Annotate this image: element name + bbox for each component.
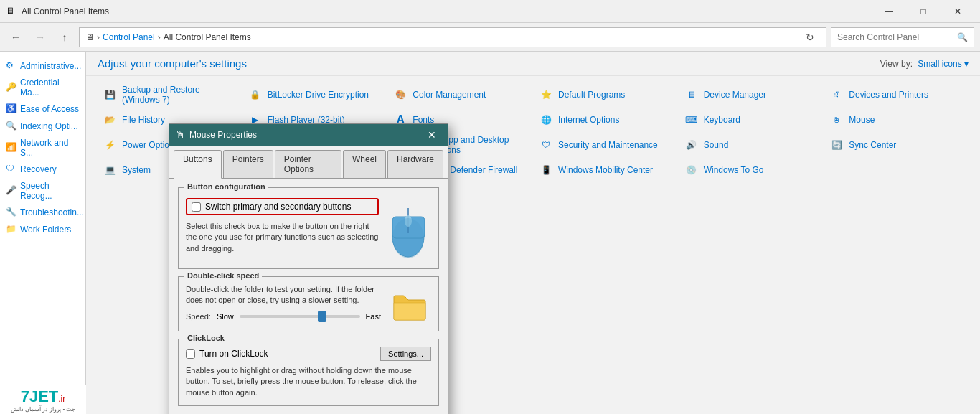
tab-pointers[interactable]: Pointers bbox=[223, 150, 273, 178]
sidebar-item-label: Speech Recog... bbox=[20, 181, 80, 201]
maximize-button[interactable]: □ bbox=[907, 1, 940, 22]
dialog-icon: 🖱 bbox=[175, 129, 185, 141]
dialog-body: Button configuration Switch primary and … bbox=[169, 179, 448, 414]
logo: 7JET.ir bbox=[11, 387, 76, 406]
window-icon: 🖥 bbox=[6, 6, 17, 17]
speed-row: Speed: Slow Fast bbox=[186, 312, 381, 321]
clicklock-label[interactable]: Turn on ClickLock bbox=[199, 349, 268, 359]
troubleshoot-icon: 🔧 bbox=[6, 207, 17, 218]
sidebar-item-indexing[interactable]: 🔍 Indexing Opti... bbox=[0, 118, 85, 135]
svg-point-4 bbox=[392, 218, 424, 258]
tab-pointer-options[interactable]: Pointer Options bbox=[275, 150, 341, 178]
dblclick-desc: Double-click the folder to test your set… bbox=[186, 284, 381, 306]
ease-icon: ♿ bbox=[6, 103, 17, 115]
mouse-svg bbox=[389, 201, 428, 258]
switch-buttons-label[interactable]: Switch primary and secondary buttons bbox=[205, 202, 351, 212]
sidebar-item-label: Troubleshootin... bbox=[20, 207, 84, 217]
sidebar-item-troubleshoot[interactable]: 🔧 Troubleshootin... bbox=[0, 204, 85, 221]
sidebar-item-label: Network and S... bbox=[20, 138, 80, 158]
sidebar-item-credential[interactable]: 🔑 Credential Ma... bbox=[0, 75, 85, 100]
speed-slider[interactable] bbox=[240, 315, 360, 318]
clicklock-section: ClickLock Turn on ClickLock Settings... … bbox=[178, 339, 439, 406]
speed-thumb[interactable] bbox=[318, 311, 326, 322]
window-title: All Control Panel Items bbox=[22, 6, 872, 17]
sidebar-item-label: Recovery bbox=[20, 164, 57, 174]
sidebar-item-label: Credential Ma... bbox=[20, 77, 80, 98]
folder-svg bbox=[392, 291, 427, 321]
refresh-button[interactable]: ↻ bbox=[800, 27, 820, 47]
sidebar-item-label: Ease of Access bbox=[20, 104, 79, 114]
back-button[interactable]: ← bbox=[6, 27, 26, 47]
switch-buttons-checkbox[interactable] bbox=[192, 202, 201, 212]
admin-icon: ⚙ bbox=[6, 60, 17, 72]
search-icon: 🔍 bbox=[957, 32, 968, 42]
credential-icon: 🔑 bbox=[6, 82, 17, 93]
breadcrumb: 🖥 › Control Panel › All Control Panel It… bbox=[79, 27, 826, 47]
sidebar-item-speech[interactable]: 🎤 Speech Recog... bbox=[0, 178, 85, 204]
clicklock-legend: ClickLock bbox=[184, 334, 227, 342]
dialog-tabs: Buttons Pointers Pointer Options Wheel H… bbox=[169, 146, 448, 179]
workfolders-icon: 📁 bbox=[6, 224, 17, 235]
clicklock-row: Turn on ClickLock Settings... bbox=[186, 347, 431, 361]
mouse-illustration bbox=[389, 201, 428, 258]
breadcrumb-current: All Control Panel Items bbox=[164, 32, 251, 42]
test-folder[interactable] bbox=[392, 291, 427, 324]
mouse-properties-dialog: 🖱 Mouse Properties ✕ Buttons Pointers Po… bbox=[169, 123, 448, 414]
logo-bar: 7JET.ir جت • پرواز در آسمان دانش bbox=[0, 385, 86, 414]
sidebar: ⚙ Administrative... 🔑 Credential Ma... ♿… bbox=[0, 52, 86, 414]
switch-buttons-desc: Select this check box to make the button… bbox=[186, 221, 379, 254]
tab-hardware[interactable]: Hardware bbox=[387, 150, 443, 178]
dblclick-legend: Double-click speed bbox=[184, 271, 262, 280]
sidebar-item-label: Indexing Opti... bbox=[20, 121, 78, 131]
sidebar-item-recovery[interactable]: 🛡 Recovery bbox=[0, 161, 85, 178]
breadcrumb-icon: 🖥 bbox=[85, 32, 94, 42]
minimize-button[interactable]: — bbox=[872, 1, 905, 22]
logo-text: 7JET bbox=[21, 387, 59, 405]
dialog-title-bar: 🖱 Mouse Properties ✕ bbox=[169, 124, 448, 146]
content-area: Adjust your computer's settings View by:… bbox=[86, 52, 980, 414]
slow-label: Slow bbox=[217, 312, 234, 321]
sidebar-item-label: Work Folders bbox=[20, 225, 71, 235]
fast-label: Fast bbox=[366, 312, 381, 321]
clicklock-checkbox[interactable] bbox=[186, 349, 195, 359]
speech-icon: 🎤 bbox=[6, 185, 17, 197]
sidebar-item-label: Administrative... bbox=[20, 61, 81, 71]
speed-label: Speed: bbox=[186, 312, 211, 321]
network-icon: 📶 bbox=[6, 142, 17, 154]
index-icon: 🔍 bbox=[6, 121, 17, 132]
sidebar-item-administrative[interactable]: ⚙ Administrative... bbox=[0, 57, 85, 75]
button-config-legend: Button configuration bbox=[184, 182, 268, 191]
search-box: 🔍 bbox=[831, 27, 974, 47]
close-button[interactable]: ✕ bbox=[941, 1, 974, 22]
clicklock-settings-button[interactable]: Settings... bbox=[380, 347, 431, 361]
dialog-title: Mouse Properties bbox=[189, 130, 422, 140]
sidebar-item-ease-of-access[interactable]: ♿ Ease of Access bbox=[0, 100, 85, 118]
logo-subtitle: جت • پرواز در آسمان دانش bbox=[11, 406, 76, 413]
address-bar: ← → ↑ 🖥 › Control Panel › All Control Pa… bbox=[0, 23, 980, 52]
dialog-close-button[interactable]: ✕ bbox=[422, 125, 442, 145]
window-controls: — □ ✕ bbox=[872, 1, 974, 22]
tab-buttons[interactable]: Buttons bbox=[174, 150, 222, 179]
button-config-section: Button configuration Switch primary and … bbox=[178, 187, 439, 269]
switch-buttons-row: Switch primary and secondary buttons bbox=[186, 198, 379, 215]
clicklock-desc: Enables you to highlight or drag without… bbox=[186, 365, 431, 398]
dblclick-section: Double-click speed Double-click the fold… bbox=[178, 276, 439, 331]
title-bar: 🖥 All Control Panel Items — □ ✕ bbox=[0, 0, 980, 23]
main-content: ⚙ Administrative... 🔑 Credential Ma... ♿… bbox=[0, 52, 980, 414]
sidebar-item-workfolders[interactable]: 📁 Work Folders bbox=[0, 221, 85, 238]
logo-ir: .ir bbox=[58, 394, 65, 404]
tab-wheel[interactable]: Wheel bbox=[343, 150, 386, 178]
recovery-icon: 🛡 bbox=[6, 164, 17, 175]
forward-button[interactable]: → bbox=[30, 27, 50, 47]
search-input[interactable] bbox=[837, 32, 957, 42]
sidebar-item-network[interactable]: 📶 Network and S... bbox=[0, 135, 85, 161]
breadcrumb-root[interactable]: Control Panel bbox=[103, 32, 155, 42]
up-button[interactable]: ↑ bbox=[55, 27, 75, 47]
